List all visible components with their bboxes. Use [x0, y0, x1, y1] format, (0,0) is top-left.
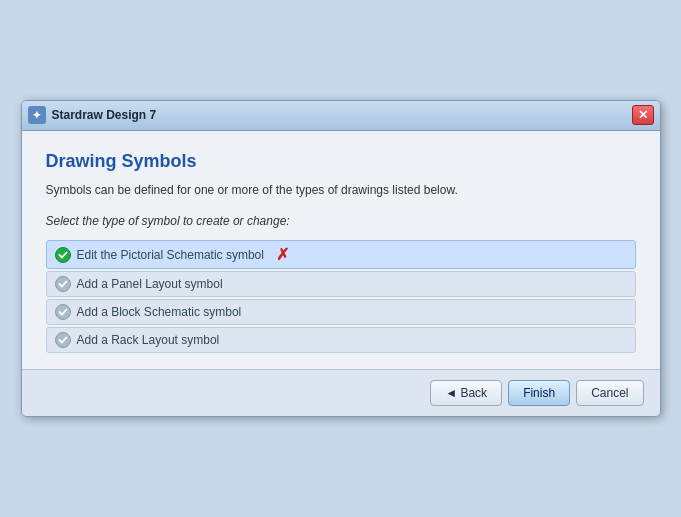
check-icon-gray-rack [55, 332, 71, 348]
app-icon: ✦ [28, 106, 46, 124]
option-label-edit-pictorial: Edit the Pictorial Schematic symbol [77, 248, 264, 262]
instruction-label: Select the type of symbol to create or c… [46, 214, 290, 228]
dialog-footer: ◄ Back Finish Cancel [22, 369, 660, 416]
main-window: ✦ Stardraw Design 7 ✕ Drawing Symbols Sy… [21, 100, 661, 418]
window-title: Stardraw Design 7 [52, 108, 632, 122]
titlebar: ✦ Stardraw Design 7 ✕ [22, 101, 660, 131]
options-list: Edit the Pictorial Schematic symbol ✗ Ad… [46, 240, 636, 353]
page-title: Drawing Symbols [46, 151, 636, 172]
close-button[interactable]: ✕ [632, 105, 654, 125]
description-text: Symbols can be defined for one or more o… [46, 182, 636, 199]
check-icon-green [55, 247, 71, 263]
dialog-content: Drawing Symbols Symbols can be defined f… [22, 131, 660, 370]
check-icon-gray-block [55, 304, 71, 320]
finish-button[interactable]: Finish [508, 380, 570, 406]
option-edit-pictorial[interactable]: Edit the Pictorial Schematic symbol ✗ [46, 240, 636, 269]
check-icon-gray-panel [55, 276, 71, 292]
option-add-rack[interactable]: Add a Rack Layout symbol [46, 327, 636, 353]
delete-icon[interactable]: ✗ [276, 245, 289, 264]
option-label-add-rack: Add a Rack Layout symbol [77, 333, 220, 347]
option-add-panel[interactable]: Add a Panel Layout symbol [46, 271, 636, 297]
option-add-block[interactable]: Add a Block Schematic symbol [46, 299, 636, 325]
back-button[interactable]: ◄ Back [430, 380, 502, 406]
option-label-add-block: Add a Block Schematic symbol [77, 305, 242, 319]
option-label-add-panel: Add a Panel Layout symbol [77, 277, 223, 291]
instruction-text: Select the type of symbol to create or c… [46, 214, 636, 228]
cancel-button[interactable]: Cancel [576, 380, 643, 406]
